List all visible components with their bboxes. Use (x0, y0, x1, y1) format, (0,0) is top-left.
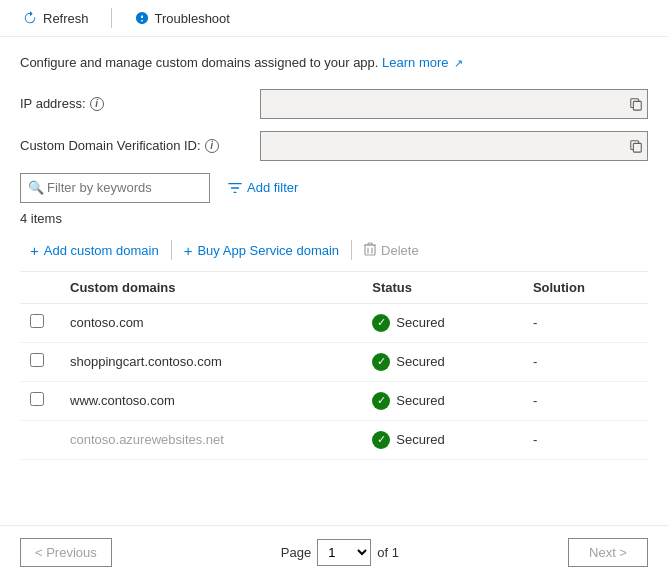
row-checkbox[interactable] (30, 353, 44, 367)
ip-address-row: IP address: i (20, 89, 648, 119)
verification-id-label: Custom Domain Verification ID: i (20, 138, 260, 153)
domain-cell: www.contoso.com (60, 381, 362, 420)
row-checkbox[interactable] (30, 392, 44, 406)
verification-id-row: Custom Domain Verification ID: i (20, 131, 648, 161)
filter-input[interactable] (20, 173, 210, 203)
status-text: Secured (396, 354, 444, 369)
checkbox-header (20, 272, 60, 304)
table-header-row: Custom domains Status Solution (20, 272, 648, 304)
status-text: Secured (396, 393, 444, 408)
refresh-label: Refresh (43, 11, 89, 26)
col-status: Status (362, 272, 523, 304)
page-info: Page 1 of 1 (281, 539, 399, 566)
main-container: Refresh Troubleshoot Configure and manag… (0, 0, 668, 579)
verification-id-info-icon[interactable]: i (205, 139, 219, 153)
secured-icon: ✓ (372, 314, 390, 332)
page-select[interactable]: 1 (317, 539, 371, 566)
svg-rect-2 (365, 245, 375, 255)
toolbar: Refresh Troubleshoot (0, 0, 668, 37)
add-custom-domain-label: Add custom domain (44, 243, 159, 258)
domain-cell: shoppingcart.contoso.com (60, 342, 362, 381)
table-row: contoso.azurewebsites.net✓Secured- (20, 420, 648, 459)
add-filter-button[interactable]: Add filter (220, 176, 306, 199)
row-checkbox[interactable] (30, 314, 44, 328)
col-custom-domains: Custom domains (60, 272, 362, 304)
description-text: Configure and manage custom domains assi… (20, 53, 648, 73)
table-row: contoso.com✓Secured- (20, 303, 648, 342)
next-label: Next > (589, 545, 627, 560)
status-cell: ✓Secured (362, 420, 523, 459)
verification-id-input[interactable] (260, 131, 648, 161)
solution-cell: - (523, 342, 648, 381)
next-button[interactable]: Next > (568, 538, 648, 567)
learn-more-link[interactable]: Learn more ↗ (382, 55, 463, 70)
checkbox-cell (20, 303, 60, 342)
add-filter-label: Add filter (247, 180, 298, 195)
domains-table: Custom domains Status Solution contoso.c… (20, 272, 648, 460)
action-divider-2 (351, 240, 352, 260)
table-row: shoppingcart.contoso.com✓Secured- (20, 342, 648, 381)
buy-app-service-label: Buy App Service domain (197, 243, 339, 258)
items-count: 4 items (20, 211, 648, 226)
ip-address-copy-button[interactable] (626, 94, 646, 114)
delete-label: Delete (381, 243, 419, 258)
buy-icon: + (184, 242, 193, 259)
of-label: of 1 (377, 545, 399, 560)
table-row: www.contoso.com✓Secured- (20, 381, 648, 420)
search-icon: 🔍 (28, 180, 44, 195)
action-bar: + Add custom domain + Buy App Service do… (20, 238, 648, 272)
troubleshoot-label: Troubleshoot (155, 11, 230, 26)
status-text: Secured (396, 315, 444, 330)
domains-table-wrap: Custom domains Status Solution contoso.c… (20, 272, 648, 460)
add-custom-domain-button[interactable]: + Add custom domain (20, 238, 169, 263)
secured-icon: ✓ (372, 431, 390, 449)
status-cell: ✓Secured (362, 303, 523, 342)
content-area: Configure and manage custom domains assi… (0, 37, 668, 476)
external-link-icon: ↗ (454, 57, 463, 69)
checkbox-cell (20, 342, 60, 381)
previous-button[interactable]: < Previous (20, 538, 112, 567)
domain-cell: contoso.com (60, 303, 362, 342)
ip-address-info-icon[interactable]: i (90, 97, 104, 111)
search-wrap: 🔍 (20, 173, 210, 203)
checkbox-cell (20, 381, 60, 420)
page-label: Page (281, 545, 311, 560)
verification-id-copy-button[interactable] (626, 136, 646, 156)
svg-rect-0 (633, 101, 641, 110)
status-text: Secured (396, 432, 444, 447)
secured-icon: ✓ (372, 392, 390, 410)
troubleshoot-icon (134, 10, 150, 26)
delete-button[interactable]: Delete (354, 238, 429, 263)
action-divider-1 (171, 240, 172, 260)
status-cell: ✓Secured (362, 381, 523, 420)
refresh-icon (22, 10, 38, 26)
solution-cell: - (523, 303, 648, 342)
ip-address-input-wrap (260, 89, 648, 119)
add-icon: + (30, 242, 39, 259)
previous-label: < Previous (35, 545, 97, 560)
toolbar-separator (111, 8, 112, 28)
ip-address-input[interactable] (260, 89, 648, 119)
ip-address-label: IP address: i (20, 96, 260, 111)
solution-cell: - (523, 420, 648, 459)
col-solution: Solution (523, 272, 648, 304)
solution-cell: - (523, 381, 648, 420)
checkbox-cell (20, 420, 60, 459)
delete-icon (364, 242, 376, 259)
secured-icon: ✓ (372, 353, 390, 371)
svg-rect-1 (633, 143, 641, 152)
refresh-button[interactable]: Refresh (16, 6, 95, 30)
domain-cell: contoso.azurewebsites.net (60, 420, 362, 459)
buy-app-service-domain-button[interactable]: + Buy App Service domain (174, 238, 349, 263)
filter-bar: 🔍 Add filter (20, 173, 648, 203)
troubleshoot-button[interactable]: Troubleshoot (128, 6, 236, 30)
verification-id-input-wrap (260, 131, 648, 161)
status-cell: ✓Secured (362, 342, 523, 381)
footer-bar: < Previous Page 1 of 1 Next > (0, 525, 668, 579)
